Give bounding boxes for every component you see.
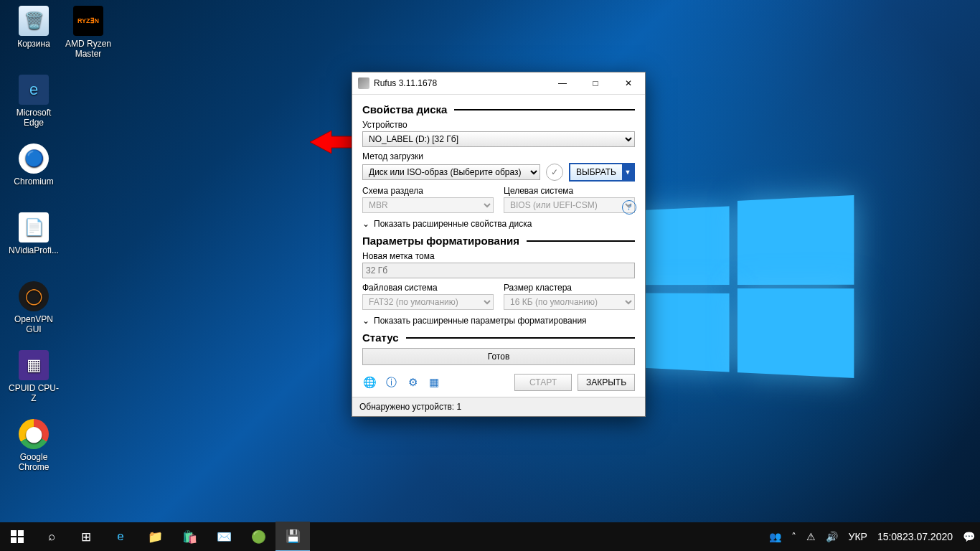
- desktop-icon-cpuz[interactable]: ▦CPUID CPU-Z: [7, 350, 60, 403]
- desktop-icon-chrome[interactable]: ⬤Google Chrome: [7, 419, 60, 472]
- tray-clock[interactable]: 15:0823.07.2020: [872, 522, 958, 551]
- svg-marker-0: [310, 131, 353, 154]
- volume-label-input[interactable]: [362, 263, 635, 278]
- app-icon: [358, 77, 369, 89]
- icon-label: CPUID CPU-Z: [9, 383, 59, 403]
- icon-label: Chromium: [14, 176, 53, 187]
- verify-icon[interactable]: ✓: [546, 164, 563, 181]
- window-footer: Обнаружено устройств: 1: [352, 397, 645, 416]
- chevron-down-icon[interactable]: ▼: [622, 164, 633, 180]
- partition-scheme-label: Схема раздела: [362, 186, 494, 196]
- close-button[interactable]: ✕: [612, 72, 645, 94]
- boot-method-label: Метод загрузки: [362, 151, 635, 161]
- settings-icon[interactable]: ⚙: [405, 375, 420, 390]
- desktop-icon-chromium[interactable]: 🔵Chromium: [7, 143, 60, 187]
- partition-scheme-select[interactable]: MBR: [362, 197, 494, 213]
- cluster-size-label: Размер кластера: [504, 283, 635, 293]
- device-label: Устройство: [362, 120, 635, 130]
- windows-logo-wallpaper: [633, 195, 853, 379]
- target-system-label: Целевая система: [504, 186, 635, 196]
- select-btn-label: ВЫБРАТЬ: [570, 167, 622, 177]
- icon-label: Microsoft Edge: [17, 108, 52, 128]
- icon-label: Google Chrome: [19, 452, 50, 472]
- icon-label: Корзина: [17, 39, 50, 49]
- filesystem-label: Файловая система: [362, 283, 494, 293]
- tray-notifications-icon[interactable]: 💬: [958, 522, 980, 551]
- log-icon[interactable]: ▦: [427, 375, 441, 390]
- close-app-button[interactable]: ЗАКРЫТЬ: [578, 374, 635, 391]
- select-image-button[interactable]: ВЫБРАТЬ ▼: [569, 163, 635, 182]
- annotation-arrow: [310, 129, 357, 155]
- desktop-icon-edge[interactable]: eMicrosoft Edge: [7, 75, 60, 128]
- info-icon[interactable]: ⓘ: [384, 375, 398, 390]
- taskbar-rufus[interactable]: 💾: [275, 522, 310, 551]
- tray-volume-icon[interactable]: 🔊: [821, 522, 843, 551]
- language-icon[interactable]: 🌐: [362, 375, 377, 390]
- maximize-button[interactable]: □: [579, 72, 612, 94]
- boot-method-select[interactable]: Диск или ISO-образ (Выберите образ): [362, 164, 540, 180]
- taskbar[interactable]: ⌕ ⊞ e 📁 🛍️ ✉️ 🟢 💾 👥 ˄ ⚠ 🔊 УКР 15:0823.07…: [0, 522, 980, 551]
- icon-label: AMD Ryzen Master: [65, 39, 111, 59]
- titlebar[interactable]: Rufus 3.11.1678 ― □ ✕: [352, 72, 645, 95]
- cluster-size-select[interactable]: 16 КБ (по умолчанию): [504, 294, 635, 310]
- expand-format-options[interactable]: ⌄Показать расширенные параметры форматир…: [362, 316, 635, 326]
- desktop-icon-recycle-bin[interactable]: 🗑️Корзина: [7, 6, 60, 49]
- section-disk-properties: Свойства диска: [362, 103, 635, 116]
- volume-label-label: Новая метка тома: [362, 251, 635, 261]
- expand-disk-properties[interactable]: ⌄Показать расширенные свойства диска: [362, 219, 635, 229]
- tray-network-icon[interactable]: ⚠: [801, 522, 821, 551]
- desktop[interactable]: 🗑️Корзина eMicrosoft Edge 🔵Chromium 📄NVi…: [0, 0, 980, 522]
- filesystem-select[interactable]: FAT32 (по умолчанию): [362, 294, 494, 310]
- help-icon[interactable]: ?: [622, 200, 636, 215]
- minimize-button[interactable]: ―: [546, 72, 579, 94]
- tray-language[interactable]: УКР: [843, 522, 872, 551]
- tray-chevron-up-icon[interactable]: ˄: [786, 522, 801, 551]
- desktop-icon-nvidia[interactable]: 📄NVidiaProfi...: [7, 212, 60, 255]
- rufus-window: Rufus 3.11.1678 ― □ ✕ Свойства диска Уст…: [352, 72, 646, 417]
- task-view-icon[interactable]: ⊞: [69, 522, 103, 551]
- target-system-select[interactable]: BIOS (или UEFI-CSM): [504, 197, 635, 213]
- taskbar-chrome[interactable]: 🟢: [241, 522, 275, 551]
- system-tray: 👥 ˄ ⚠ 🔊 УКР 15:0823.07.2020 💬: [764, 522, 980, 551]
- start-button[interactable]: [0, 522, 34, 551]
- desktop-icon-ryzen[interactable]: RYZƎNAMD Ryzen Master: [62, 6, 115, 59]
- icon-label: OpenVPN GUI: [14, 314, 53, 334]
- search-icon[interactable]: ⌕: [34, 522, 69, 551]
- taskbar-edge[interactable]: e: [103, 522, 138, 551]
- section-format-options: Параметры форматирования: [362, 235, 635, 247]
- taskbar-mail[interactable]: ✉️: [207, 522, 241, 551]
- icon-label: NVidiaProfi...: [9, 245, 59, 255]
- device-select[interactable]: NO_LABEL (D:) [32 Гб]: [362, 131, 635, 147]
- taskbar-store[interactable]: 🛍️: [172, 522, 207, 551]
- desktop-icon-openvpn[interactable]: ◯OpenVPN GUI: [7, 281, 60, 334]
- taskbar-explorer[interactable]: 📁: [138, 522, 172, 551]
- window-title: Rufus 3.11.1678: [374, 78, 546, 88]
- status-bar: Готов: [362, 348, 635, 365]
- start-button[interactable]: СТАРТ: [514, 374, 572, 391]
- chevron-down-icon: ⌄: [362, 316, 369, 326]
- chevron-down-icon: ⌄: [362, 219, 369, 229]
- tray-people-icon[interactable]: 👥: [764, 522, 786, 551]
- section-status: Статус: [362, 331, 635, 344]
